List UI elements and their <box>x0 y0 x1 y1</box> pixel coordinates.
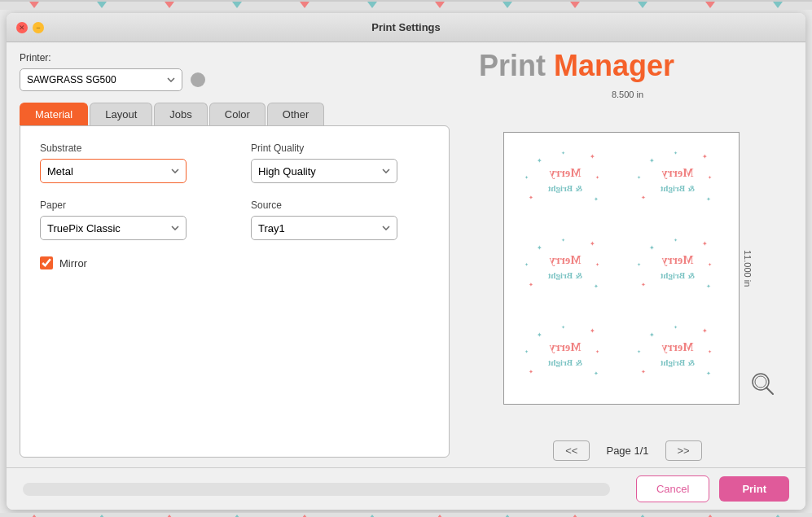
svg-text:✦: ✦ <box>706 196 711 202</box>
substrate-group: Substrate Metal Paper Fabric Other <box>40 142 218 183</box>
zoom-icon <box>748 370 778 399</box>
mirror-label: Mirror <box>59 257 87 269</box>
dimension-top-label: 8.500 in <box>612 90 643 99</box>
paper-select[interactable]: TruePix Classic Standard Matte <box>40 216 187 240</box>
svg-text:✦: ✦ <box>590 153 595 160</box>
deco-arrow-3 <box>165 2 174 8</box>
preview-wrapper: ✦ ✦ ✦ ✦ ✦ ✦ ✦ Merry & Bright <box>503 103 753 434</box>
source-group: Source Tray1 Tray2 Manual <box>251 199 429 240</box>
page-navigation: << Page 1/1 >> <box>553 440 701 461</box>
form-grid: Substrate Metal Paper Fabric Other Print… <box>40 142 429 240</box>
tab-jobs[interactable]: Jobs <box>154 103 207 125</box>
window-controls: ✕ − <box>16 22 44 33</box>
svg-text:✦: ✦ <box>641 369 646 375</box>
svg-text:✦: ✦ <box>595 262 599 267</box>
svg-text:✦: ✦ <box>649 157 655 164</box>
svg-text:Merry: Merry <box>549 254 581 266</box>
svg-text:✦: ✦ <box>674 151 678 156</box>
svg-text:✦: ✦ <box>649 244 655 252</box>
tab-material[interactable]: Material <box>20 103 88 125</box>
deco-arrow-1 <box>29 2 39 8</box>
cancel-button[interactable]: Cancel <box>636 475 709 502</box>
svg-text:& Bright: & Bright <box>660 183 695 193</box>
svg-text:Merry: Merry <box>549 167 581 179</box>
deco-arrow-2 <box>97 2 107 8</box>
right-panel-inner: Print Manager 8.500 in ✦ <box>463 49 792 461</box>
svg-text:✦: ✦ <box>537 331 542 339</box>
svg-line-57 <box>766 388 773 394</box>
app-title: Print Manager <box>479 49 674 83</box>
deco-arrow-6 <box>367 2 377 8</box>
print-quality-select[interactable]: High Quality Standard Draft <box>251 159 397 183</box>
prev-page-button[interactable]: << <box>553 440 590 461</box>
progress-bar <box>23 483 610 496</box>
svg-text:✦: ✦ <box>537 157 542 164</box>
window-title: Print Settings <box>371 21 441 33</box>
next-page-button[interactable]: >> <box>665 440 702 461</box>
svg-text:✦: ✦ <box>525 349 529 354</box>
title-bar: ✕ − Print Settings <box>7 13 805 42</box>
svg-text:✦: ✦ <box>590 240 595 248</box>
svg-text:Merry: Merry <box>661 341 693 353</box>
print-button[interactable]: Print <box>719 476 789 502</box>
svg-text:✦: ✦ <box>702 153 708 160</box>
page-info: Page 1/1 <box>606 445 648 457</box>
svg-text:& Bright: & Bright <box>547 357 582 367</box>
svg-text:✦: ✦ <box>594 283 599 289</box>
printer-row: SAWGRASS SG500 <box>20 68 450 91</box>
tab-other[interactable]: Other <box>267 103 325 125</box>
deco-arrow-8 <box>503 2 512 8</box>
svg-text:✦: ✦ <box>702 240 708 248</box>
printer-select[interactable]: SAWGRASS SG500 <box>20 68 182 91</box>
svg-text:Merry: Merry <box>661 167 693 179</box>
close-button[interactable]: ✕ <box>16 22 28 33</box>
printer-label: Printer: <box>20 52 450 64</box>
window-body: Printer: SAWGRASS SG500 Material Layout … <box>7 42 805 467</box>
print-word: Print <box>479 49 546 82</box>
svg-text:✦: ✦ <box>529 282 533 287</box>
deco-arrow-10 <box>638 2 647 8</box>
mirror-checkbox[interactable] <box>40 256 53 269</box>
svg-text:✦: ✦ <box>525 262 529 267</box>
source-select[interactable]: Tray1 Tray2 Manual <box>251 216 397 240</box>
preview-cell-2: ✦ ✦ ✦ ✦ ✦ ✦ ✦ Merry & Bright <box>623 139 732 223</box>
deco-arrow-11 <box>705 2 715 8</box>
zoom-button[interactable] <box>748 370 778 402</box>
svg-point-56 <box>755 376 766 388</box>
svg-text:✦: ✦ <box>595 349 599 354</box>
print-quality-label: Print Quality <box>251 142 429 154</box>
deco-arrow-4 <box>232 2 242 8</box>
svg-text:Merry: Merry <box>661 254 693 266</box>
minimize-button[interactable]: − <box>33 22 44 33</box>
svg-text:✦: ✦ <box>674 325 678 330</box>
svg-text:✦: ✦ <box>529 195 533 200</box>
tab-color[interactable]: Color <box>209 103 266 125</box>
preview-cell-1: ✦ ✦ ✦ ✦ ✦ ✦ ✦ Merry & Bright <box>511 139 620 223</box>
svg-text:✦: ✦ <box>702 327 708 335</box>
svg-text:& Bright: & Bright <box>660 357 695 367</box>
svg-text:✦: ✦ <box>706 283 711 289</box>
deco-arrow-5 <box>300 2 309 8</box>
bottom-decoration <box>0 513 812 517</box>
svg-text:✦: ✦ <box>595 175 599 180</box>
preview-cell-5: ✦ ✦ ✦ ✦ ✦ ✦ ✦ Merry & Bright <box>511 313 620 397</box>
svg-text:✦: ✦ <box>594 370 599 376</box>
right-panel: Print Manager 8.500 in ✦ <box>463 42 805 467</box>
svg-text:✦: ✦ <box>674 238 678 243</box>
substrate-select[interactable]: Metal Paper Fabric Other <box>40 159 187 183</box>
svg-text:✦: ✦ <box>594 196 599 202</box>
paper-label: Paper <box>40 199 218 211</box>
tab-content-material: Substrate Metal Paper Fabric Other Print… <box>20 125 450 458</box>
svg-text:✦: ✦ <box>641 195 646 200</box>
bottom-bar: Cancel Print <box>7 467 805 510</box>
design-svg-6: ✦ ✦ ✦ ✦ ✦ ✦ ✦ Merry & Bright <box>633 317 722 394</box>
tab-layout[interactable]: Layout <box>90 103 152 125</box>
svg-text:& Bright: & Bright <box>547 183 582 193</box>
svg-text:& Bright: & Bright <box>660 270 695 280</box>
svg-text:✦: ✦ <box>561 238 565 243</box>
svg-text:✦: ✦ <box>637 349 641 354</box>
print-quality-group: Print Quality High Quality Standard Draf… <box>251 142 429 183</box>
svg-text:✦: ✦ <box>708 349 712 354</box>
preview-cell-6: ✦ ✦ ✦ ✦ ✦ ✦ ✦ Merry & Bright <box>623 313 732 397</box>
design-svg-2: ✦ ✦ ✦ ✦ ✦ ✦ ✦ Merry & Bright <box>633 142 722 220</box>
